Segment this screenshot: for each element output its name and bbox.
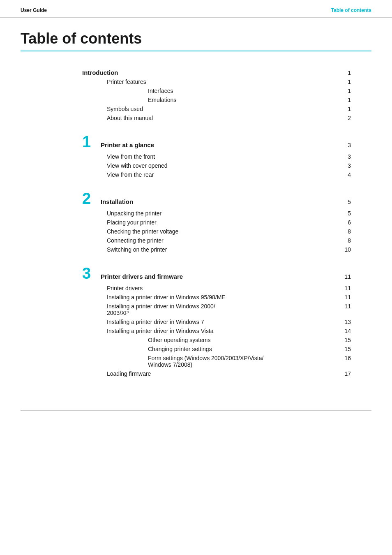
chapter-number: 1: [82, 134, 101, 150]
toc-row: Switching on the printer 10: [107, 245, 351, 254]
page: User Guide Table of contents Table of co…: [0, 0, 392, 555]
toc-row: Symbols used 1: [107, 104, 351, 113]
toc-page: 17: [343, 370, 351, 377]
toc-page: 1: [343, 88, 351, 94]
toc-row: About this manual 2: [107, 113, 351, 123]
toc-row: Other operating systems 15: [148, 335, 351, 345]
toc-row: View from the rear 4: [107, 170, 351, 179]
toc-row: View from the front 3: [107, 152, 351, 161]
toc-row: View with cover opened 3: [107, 161, 351, 170]
toc-item-text: Installing a printer driver in Windows 7: [107, 319, 343, 325]
chapter-title: Printer drivers and firmware: [101, 273, 183, 280]
toc-page: 14: [343, 328, 351, 334]
toc-row: Placing your printer 6: [107, 218, 351, 227]
toc-item-text: Symbols used: [107, 106, 343, 112]
toc-sub-group: Printer features 1 Interfaces 1 Emulatio…: [82, 77, 351, 123]
toc-page: 6: [343, 219, 351, 226]
section-chapter-1: 1 Printer at a glance 3 View from the fr…: [82, 134, 351, 179]
toc-item-text: Installing a printer driver in Windows 2…: [107, 303, 279, 316]
title-area: Table of contents: [0, 18, 392, 51]
toc-row: Unpacking the printer 5: [107, 209, 351, 218]
toc-item-text: Unpacking the printer: [107, 210, 343, 217]
toc-item-text: Switching on the printer: [107, 246, 343, 253]
toc-item-text: View from the rear: [107, 171, 343, 178]
toc-page: 4: [343, 171, 351, 178]
toc-item-text: Placing your printer: [107, 219, 343, 226]
toc-sub-group: View from the front 3 View with cover op…: [82, 152, 351, 179]
toc-item-text: Printer drivers: [107, 285, 343, 291]
toc-item-text: Printer features: [107, 79, 343, 85]
toc-row: Connecting the printer 8: [107, 236, 351, 245]
toc-sub-group: Unpacking the printer 5 Placing your pri…: [82, 209, 351, 254]
toc-row: Introduction 1: [82, 68, 351, 77]
toc-page: 16: [343, 355, 351, 361]
chapter-title-row: Installation 5: [101, 198, 351, 205]
toc-row: Installing a printer driver in Windows 2…: [107, 302, 351, 317]
toc-row: Interfaces 1: [148, 86, 351, 95]
toc-page: 1: [343, 79, 351, 85]
toc-page: 5: [343, 210, 351, 217]
toc-page: 1: [343, 69, 351, 76]
toc-page: 3: [343, 162, 351, 169]
toc-page: 2: [343, 115, 351, 121]
chapter-page: 5: [343, 199, 351, 205]
toc-item-text: Form settings (Windows 2000/2003/XP/Vist…: [148, 355, 304, 368]
chapter-title-row: Printer at a glance 3: [101, 141, 351, 148]
toc-page: 11: [343, 285, 351, 291]
toc-item-text: Checking the printer voltage: [107, 228, 343, 235]
page-title: Table of contents: [21, 30, 371, 47]
toc-item-text: View from the front: [107, 153, 343, 160]
toc-page: 15: [343, 346, 351, 352]
chapter-row: 1 Printer at a glance 3: [82, 134, 351, 150]
toc-page: 1: [343, 106, 351, 112]
section-chapter-2: 2 Installation 5 Unpacking the printer 5…: [82, 191, 351, 254]
title-divider: [21, 51, 371, 51]
toc-item-text: About this manual: [107, 115, 343, 121]
toc-page: 3: [343, 153, 351, 160]
toc-item-text: Other operating systems: [148, 337, 343, 343]
toc-item-text: Interfaces: [148, 88, 343, 94]
toc-row: Installing a printer driver in Windows 9…: [107, 293, 351, 302]
toc-row: Form settings (Windows 2000/2003/XP/Vist…: [148, 354, 351, 369]
toc-item-text: Changing printer settings: [148, 346, 343, 352]
toc-item-text: Connecting the printer: [107, 237, 343, 244]
toc-page: 15: [343, 337, 351, 343]
toc-item-text: View with cover opened: [107, 162, 343, 169]
toc-row: Changing printer settings 15: [148, 345, 351, 354]
toc-row: Printer drivers 11: [107, 284, 351, 293]
toc-row: Checking the printer voltage 8: [107, 227, 351, 236]
chapter-page: 3: [343, 142, 351, 148]
toc-sub2-group: Interfaces 1 Emulations 1: [107, 86, 351, 104]
toc-item-text: Emulations: [148, 97, 343, 103]
header-left-label: User Guide: [21, 7, 47, 13]
toc-item-text: Installing a printer driver in Windows 9…: [107, 294, 343, 301]
toc-sub-group: Printer drivers 11 Installing a printer …: [82, 284, 351, 378]
chapter-number: 2: [82, 191, 101, 206]
header: User Guide Table of contents: [0, 0, 392, 18]
toc-row: Emulations 1: [148, 95, 351, 104]
header-right-label: Table of contents: [331, 7, 371, 13]
toc-row: Installing a printer driver in Windows 7…: [107, 317, 351, 326]
toc-page: 11: [343, 294, 351, 301]
chapter-page: 11: [343, 273, 351, 280]
toc-page: 8: [343, 237, 351, 244]
chapter-title: Installation: [101, 198, 133, 205]
chapter-title: Printer at a glance: [101, 141, 154, 148]
section-introduction: Introduction 1 Printer features 1 Interf…: [82, 68, 351, 123]
toc-page: 8: [343, 228, 351, 235]
toc-row: Printer features 1: [107, 77, 351, 86]
section-chapter-3: 3 Printer drivers and firmware 11 Printe…: [82, 266, 351, 378]
toc-row: Installing a printer driver in Windows V…: [107, 326, 351, 335]
toc-sub2-group: Other operating systems 15 Changing prin…: [107, 335, 351, 369]
toc-page: 10: [343, 246, 351, 253]
toc-page: 1: [343, 97, 351, 103]
toc-page: 11: [343, 303, 351, 310]
footer-divider: [21, 410, 371, 411]
chapter-row: 3 Printer drivers and firmware 11: [82, 266, 351, 281]
toc-page: 13: [343, 319, 351, 325]
toc-heading: Introduction: [82, 69, 343, 76]
chapter-title-row: Printer drivers and firmware 11: [101, 273, 351, 280]
toc-item-text: Installing a printer driver in Windows V…: [107, 328, 343, 334]
toc-container: Introduction 1 Printer features 1 Interf…: [0, 64, 392, 402]
chapter-row: 2 Installation 5: [82, 191, 351, 206]
